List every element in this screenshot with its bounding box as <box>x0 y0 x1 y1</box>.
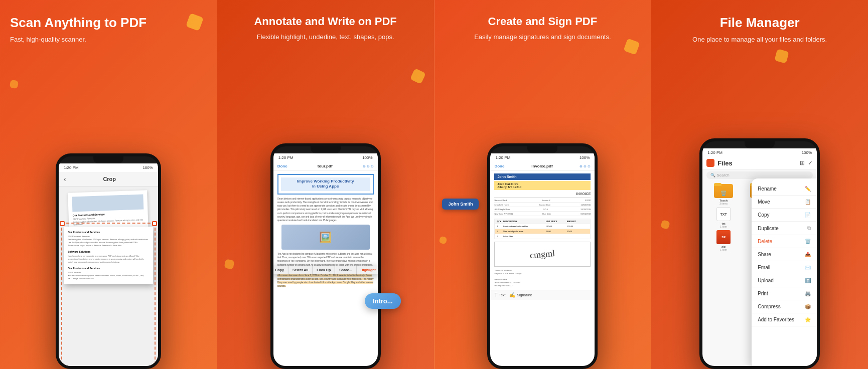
context-menu: Copy Select All Look Up Share... Highlig… <box>273 266 378 274</box>
text-label: Text <box>499 293 505 297</box>
favorites-label: Add to Favorites <box>758 317 794 322</box>
fm-header: Files ⊞ ✓ <box>702 157 817 169</box>
fm-actions: ⊞ ✓ <box>800 159 813 166</box>
corner-tr <box>152 221 157 226</box>
section-filemanager: File Manager One place to manage all you… <box>651 0 868 369</box>
deco-sq-f1 <box>774 49 789 63</box>
fm-item-trash[interactable]: 🗑️ Trash 3 items <box>706 183 741 205</box>
pdf-name-3: invoice.pdf <box>504 164 580 168</box>
crop-title: Crop <box>66 176 153 182</box>
section-scan: Scan Anything to PDF Fast, high-quality … <box>0 0 217 369</box>
rename-label: Rename <box>758 186 777 192</box>
invoice-area: John Smith 4490 Oak DriveAlbany, NY 1221… <box>490 171 595 290</box>
pdf-controls[interactable]: ⊕ ⊖ ⊙ <box>363 164 374 168</box>
share-icon: 📤 <box>805 252 811 257</box>
menu-duplicate[interactable]: Duplicate ⧉ <box>752 222 817 235</box>
invoice-label: INVOICE <box>494 192 591 196</box>
menu-share[interactable]: Share 📤 <box>752 248 817 261</box>
section-fm-subtitle: One place to manage all your files and f… <box>661 35 858 45</box>
phone-sign-wrap: John Smith 1:20 PM 100% Done invoice.pdf… <box>487 143 598 369</box>
check-icon[interactable]: ✓ <box>808 159 813 166</box>
john-smith-bubble: John Smith <box>442 199 479 210</box>
upload-label: Upload <box>758 278 774 283</box>
signature-tool[interactable]: ✍ Signature <box>509 292 532 298</box>
doc-main-text-3: PDF ConverterAccurate conversion support… <box>68 271 149 280</box>
intro-bubble-text: Intro... <box>373 297 393 305</box>
phone-notch-2 <box>311 146 341 153</box>
fm-item-txt[interactable]: TXT txt 1 item <box>706 207 741 228</box>
fm-screen: 1:20 PM 100% Files ⊞ ✓ 🔍 Search <box>702 148 817 369</box>
body-text-annotate: Smart devices and internet-based applica… <box>277 197 374 222</box>
phone-sign: 1:20 PM 100% Done invoice.pdf ⊕ ⊖ ⊙ John… <box>487 143 598 369</box>
ctx-share[interactable]: Share... <box>335 266 356 274</box>
highlight-section: Improve Working Productivityin Using App… <box>277 174 374 195</box>
img-placeholder-annotate: 🖼️ <box>281 225 370 250</box>
invoice-table: Name of BankInvoice #8/1/20 Lincoln St H… <box>494 198 591 216</box>
phone-annotate: 1:20 PM 100% Done tour.pdf ⊕ ⊖ ⊙ Improve… <box>270 143 381 369</box>
phone-notch-3 <box>527 146 557 153</box>
ctx-select-all[interactable]: Select All <box>288 266 313 274</box>
pdf-header-3: Done invoice.pdf ⊕ ⊖ ⊙ <box>490 162 595 171</box>
menu-move[interactable]: Move 📋 <box>752 196 817 209</box>
crop-header: ‹ Crop <box>59 172 158 187</box>
ctx-copy[interactable]: Copy <box>273 266 288 274</box>
deco-square-2 <box>10 80 19 89</box>
intro-bubble: Intro... <box>365 293 401 309</box>
ctx-look-up[interactable]: Look Up <box>313 266 335 274</box>
scan-content: Our Products and Services PDF Password R… <box>59 187 158 369</box>
delete-icon: 🗑️ <box>805 239 811 244</box>
upload-icon: ⬆️ <box>805 278 811 283</box>
doc-main-title-2: Software Solutions <box>68 250 149 253</box>
signature-field[interactable]: cmgml <box>494 242 591 267</box>
fm-app-icon <box>706 159 714 167</box>
share-label: Share <box>758 252 771 257</box>
section-fm-title: File Manager <box>661 15 858 31</box>
pdf-controls-3[interactable]: ⊕ ⊖ ⊙ <box>580 164 591 168</box>
phone-fm-wrap: 1:20 PM 100% Files ⊞ ✓ 🔍 Search <box>699 138 820 369</box>
fm-search[interactable]: 🔍 Search <box>706 171 813 179</box>
menu-delete[interactable]: Delete 🗑️ <box>752 235 817 248</box>
done-btn-3[interactable]: Done <box>494 164 504 168</box>
status-time-2: 1:20 PM <box>278 155 294 160</box>
status-battery-3: 100% <box>580 155 590 160</box>
doc-main-title-1: Our Products and Services <box>68 231 149 234</box>
done-btn-2[interactable]: Done <box>277 164 287 168</box>
phone-annotate-wrap: 1:20 PM 100% Done tour.pdf ⊕ ⊖ ⊙ Improve… <box>270 143 381 369</box>
menu-print[interactable]: Print 🖨️ <box>752 287 817 300</box>
move-label: Move <box>758 199 770 205</box>
compress-label: Compress <box>758 304 781 309</box>
menu-favorites[interactable]: Add to Favorites ⭐ <box>752 313 817 326</box>
invoice-footer: Terms & ConditionsPayment is due within … <box>494 269 591 287</box>
txt-file-icon: TXT <box>716 207 731 221</box>
status-bar-2: 1:20 PM 100% <box>273 153 378 162</box>
fm-item-zip[interactable]: ZIP zip 1 item <box>706 230 741 251</box>
copy-label: Copy <box>758 212 769 218</box>
ctx-highlight[interactable]: Highlight <box>356 266 377 274</box>
sign-screen: 1:20 PM 100% Done invoice.pdf ⊕ ⊖ ⊙ John… <box>490 153 595 369</box>
rename-icon: ✏️ <box>805 186 811 192</box>
menu-compress[interactable]: Compress 📦 <box>752 300 817 313</box>
doc-main-text-1: PDF Password RemoverFast decryption of u… <box>68 235 149 247</box>
delete-label: Delete <box>758 239 772 244</box>
demographic-text: All consecutive users from June 1, 2016 … <box>277 274 374 288</box>
status-time-3: 1:20 PM <box>495 155 510 160</box>
pdf-name-2: tour.pdf <box>287 164 363 168</box>
menu-upload[interactable]: Upload ⬆️ <box>752 274 817 287</box>
trash-sub: 3 items <box>719 202 728 205</box>
favorites-icon: ⭐ <box>805 317 811 322</box>
phone-notch <box>93 156 123 163</box>
move-icon: 📋 <box>805 199 811 205</box>
compress-icon: 📦 <box>805 304 811 309</box>
signature-label: Signature <box>517 293 532 297</box>
section-sign-title: Create and Sign PDF <box>445 15 641 28</box>
menu-copy[interactable]: Copy 📄 <box>752 209 817 222</box>
highlight-title: Improve Working Productivityin Using App… <box>281 177 370 191</box>
status-bar-3: 1:20 PM 100% <box>490 153 595 162</box>
annotate-screen: 1:20 PM 100% Done tour.pdf ⊕ ⊖ ⊙ Improve… <box>273 153 378 369</box>
grid-icon[interactable]: ⊞ <box>800 159 805 166</box>
status-bar: 1:20 PM 100% <box>59 163 158 172</box>
menu-rename[interactable]: Rename ✏️ <box>752 182 817 196</box>
text-tool[interactable]: T Text <box>494 292 505 298</box>
right-context-menu: Rename ✏️ Move 📋 Copy 📄 Duplicate ⧉ <box>752 178 817 369</box>
menu-email[interactable]: Email ✉️ <box>752 261 817 274</box>
